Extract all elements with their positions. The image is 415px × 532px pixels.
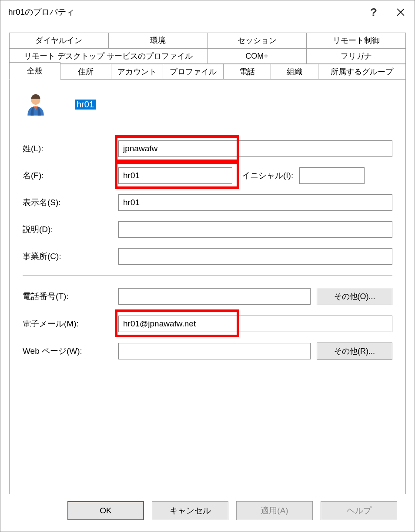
initials-label: イニシャル(I): [242,170,293,181]
lastname-label: 姓(L): [23,143,118,154]
tab-sessions[interactable]: セッション [208,33,307,48]
apply-button[interactable]: 適用(A) [236,501,313,520]
tab-account[interactable]: アカウント [111,64,163,80]
lastname-input[interactable] [118,140,392,157]
row-office: 事業所(C): [23,248,392,265]
web-input[interactable] [118,343,311,359]
tabs-container: ダイヤルイン 環境 セッション リモート制御 リモート デスクトップ サービスの… [9,33,406,494]
web-other-button[interactable]: その他(R)... [317,342,392,360]
properties-dialog: hr01のプロパティ ? ダイヤルイン 環境 セッション リモート制御 リモート… [0,0,415,532]
tab-environment[interactable]: 環境 [108,33,208,48]
initials-input[interactable] [299,167,365,184]
row-web: Web ページ(W): その他(R)... [23,342,392,360]
tab-rds-profile[interactable]: リモート デスクトップ サービスのプロファイル [9,48,208,64]
phone-input[interactable] [118,288,311,305]
tab-general[interactable]: 全般 [9,62,60,80]
row-description: 説明(D): [23,221,392,238]
tab-profile[interactable]: プロファイル [163,64,224,80]
email-label: 電子メール(M): [23,318,118,329]
question-icon: ? [370,6,377,19]
description-label: 説明(D): [23,224,118,235]
phone-label: 電話番号(T): [23,291,118,302]
firstname-input[interactable] [118,167,232,184]
cancel-button[interactable]: キャンセル [152,501,228,520]
help-button[interactable]: ? [361,0,387,24]
firstname-label: 名(F): [23,170,118,181]
tab-memberof[interactable]: 所属するグループ [318,64,406,80]
dialog-buttons: OK キャンセル 適用(A) ヘルプ [9,494,406,527]
tab-phone[interactable]: 電話 [223,64,271,80]
ok-button[interactable]: OK [67,501,144,520]
tab-org[interactable]: 組織 [271,64,318,80]
row-displayname: 表示名(S): [23,194,392,211]
tab-complus[interactable]: COM+ [207,48,307,64]
tab-row-1: ダイヤルイン 環境 セッション リモート制御 [9,33,406,48]
tab-address[interactable]: 住所 [60,64,111,80]
tab-row-3: 全般 住所 アカウント プロファイル 電話 組織 所属するグループ [9,64,406,80]
row-firstname: 名(F): イニシャル(I): [23,167,392,184]
tab-furigana[interactable]: フリガナ [306,48,406,64]
separator [23,128,392,128]
titlebar-buttons: ? [361,0,415,24]
tab-row-2: リモート デスクトップ サービスのプロファイル COM+ フリガナ [9,48,406,64]
tab-dialin[interactable]: ダイヤルイン [9,33,109,48]
displayname-label: 表示名(S): [23,197,118,208]
office-label: 事業所(C): [23,251,118,262]
dialog-body: ダイヤルイン 環境 セッション リモート制御 リモート デスクトップ サービスの… [0,24,415,532]
description-input[interactable] [118,221,392,238]
office-input[interactable] [118,248,392,265]
row-lastname: 姓(L): [23,140,392,157]
row-email: 電子メール(M): [23,316,392,332]
user-header: hr01 [23,91,392,117]
web-label: Web ページ(W): [23,346,118,357]
user-name[interactable]: hr01 [75,100,96,110]
help-button-footer[interactable]: ヘルプ [321,501,397,520]
close-icon [397,8,405,16]
general-panel: hr01 姓(L): 名(F): イニシャル(I): 表示名(S): [9,79,406,494]
close-button[interactable] [387,0,415,24]
tab-rows: ダイヤルイン 環境 セッション リモート制御 リモート デスクトップ サービスの… [9,33,406,80]
titlebar: hr01のプロパティ ? [0,0,415,24]
email-input[interactable] [118,316,392,332]
displayname-input[interactable] [118,194,392,211]
user-icon [23,91,49,117]
tab-remote-ctrl[interactable]: リモート制御 [306,33,406,48]
row-phone: 電話番号(T): その他(O)... [23,288,392,305]
phone-other-button[interactable]: その他(O)... [317,288,392,305]
window-title: hr01のプロパティ [8,7,361,18]
separator-2 [23,275,392,276]
